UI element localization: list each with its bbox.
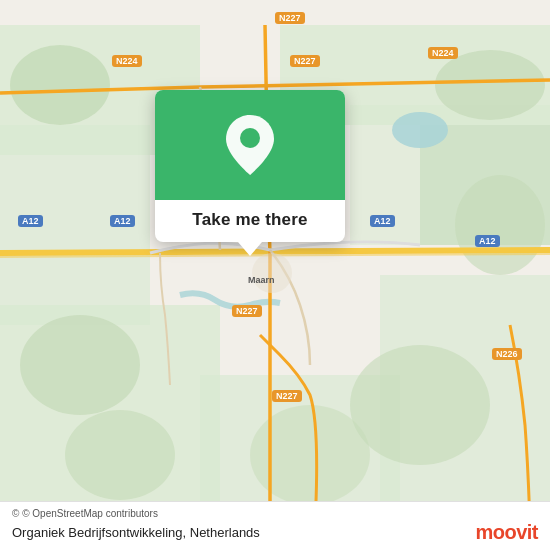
svg-point-14 [350, 345, 490, 465]
location-line: Organiek Bedrijfsontwikkeling, Netherlan… [12, 521, 538, 544]
road-label-a12-1: A12 [18, 215, 43, 227]
svg-point-17 [252, 253, 292, 293]
popup-label-area: Take me there [155, 200, 345, 242]
road-label-n227-mid: N227 [290, 55, 320, 67]
svg-point-9 [10, 45, 110, 125]
location-popup[interactable]: Take me there [155, 90, 345, 242]
svg-point-16 [392, 112, 448, 148]
map-container: Maarn N227 N224 N227 N224 A12 A12 A12 A1… [0, 0, 550, 550]
footer-bar: © © OpenStreetMap contributors Organiek … [0, 501, 550, 550]
road-label-n227-bottom2: N227 [272, 390, 302, 402]
svg-point-10 [435, 50, 545, 120]
map-background: Maarn [0, 0, 550, 550]
road-label-n227-top: N227 [275, 12, 305, 24]
svg-point-15 [250, 405, 370, 505]
copyright-icon: © [12, 508, 19, 519]
take-me-there-text: Take me there [192, 210, 307, 229]
svg-point-19 [240, 128, 260, 148]
moovit-logo: moovit [475, 521, 538, 544]
svg-text:Maarn: Maarn [248, 275, 275, 285]
moovit-text: moovit [475, 521, 538, 544]
road-label-n224-left: N224 [112, 55, 142, 67]
road-label-n224-right: N224 [428, 47, 458, 59]
road-label-a12-4: A12 [475, 235, 500, 247]
svg-point-13 [65, 410, 175, 500]
road-label-a12-2: A12 [110, 215, 135, 227]
svg-point-11 [455, 175, 545, 275]
svg-point-12 [20, 315, 140, 415]
popup-pointer [238, 242, 262, 256]
location-pin-icon [226, 115, 274, 175]
road-label-n226: N226 [492, 348, 522, 360]
popup-header [155, 90, 345, 200]
road-label-n227-bottom: N227 [232, 305, 262, 317]
location-name: Organiek Bedrijfsontwikkeling, Netherlan… [12, 525, 260, 540]
attribution-text: © OpenStreetMap contributors [22, 508, 158, 519]
road-label-a12-3: A12 [370, 215, 395, 227]
attribution-line: © © OpenStreetMap contributors [12, 508, 538, 519]
